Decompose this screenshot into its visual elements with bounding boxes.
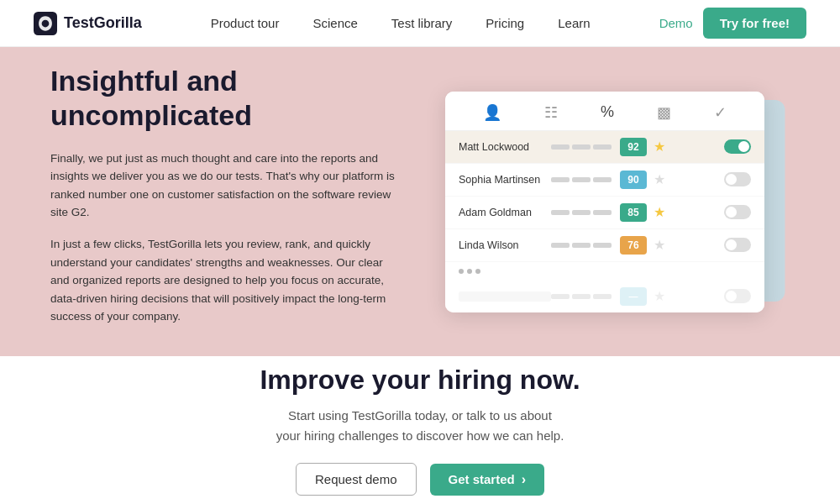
dot: [467, 269, 472, 274]
bar: [593, 144, 612, 150]
table-row: —————— — ★: [445, 281, 764, 312]
logo-icon: [34, 12, 57, 35]
bar: [572, 294, 591, 299]
percent-icon: %: [601, 103, 614, 121]
table-row: Linda Wilson 76 ★: [445, 229, 764, 262]
nav-links: Product tour Science Test library Pricin…: [197, 9, 604, 37]
bar: [572, 144, 591, 150]
hero-text: Insightful and uncomplicated Finally, we…: [50, 64, 403, 339]
bar: [572, 243, 591, 248]
table-row: Matt Lockwood 92 ★: [445, 131, 764, 164]
score-bars: [551, 210, 612, 215]
bar: [551, 294, 570, 299]
card-rows: Matt Lockwood 92 ★ Sophia Martinsen: [445, 131, 764, 312]
bar: [593, 243, 612, 248]
grid-icon: ☷: [544, 103, 558, 122]
candidate-card: 👤 ☷ % ▩ ✓ Matt Lockwood 92 ★: [445, 92, 764, 312]
hero-section: Insightful and uncomplicated Finally, we…: [0, 47, 840, 356]
bar: [551, 177, 570, 182]
bar: [593, 294, 612, 299]
toggle-switch[interactable]: [724, 139, 751, 154]
nav-actions: Demo Try for free!: [659, 8, 806, 39]
bar: [551, 144, 570, 150]
score-badge: 76: [620, 236, 647, 255]
request-demo-button[interactable]: Request demo: [296, 463, 417, 496]
score-bars: [551, 243, 612, 248]
bar-chart-icon: ▩: [657, 103, 671, 122]
score-bars: [551, 144, 612, 150]
get-started-label: Get started: [449, 472, 515, 486]
toggle-switch[interactable]: [724, 205, 751, 219]
get-started-button[interactable]: Get started ›: [430, 464, 545, 496]
star-icon[interactable]: ★: [654, 204, 665, 220]
check-icon: ✓: [714, 103, 727, 122]
bar: [572, 210, 591, 215]
hero-para-2: In just a few clicks, TestGorilla lets y…: [50, 235, 403, 326]
bottom-section: Improve your hiring now. Start using Tes…: [0, 356, 840, 504]
dot: [475, 269, 480, 274]
navbar: TestGorilla Product tour Science Test li…: [0, 0, 840, 47]
arrow-icon: ›: [522, 472, 526, 487]
toggle-switch[interactable]: [724, 238, 751, 252]
nav-link-science[interactable]: Science: [299, 9, 370, 37]
bar: [572, 177, 591, 182]
score-badge: 90: [620, 171, 647, 189]
star-icon[interactable]: ★: [654, 171, 665, 187]
dot: [459, 269, 464, 274]
score-badge: 92: [620, 138, 647, 156]
hero-para-1: Finally, we put just as much thought and…: [50, 150, 403, 222]
nav-link-test-library[interactable]: Test library: [378, 9, 466, 37]
candidate-name: Sophia Martinsen: [459, 174, 551, 186]
candidate-name: ——————: [459, 291, 551, 302]
score-bars: [551, 294, 612, 299]
score-badge: 85: [620, 203, 647, 222]
bottom-buttons: Request demo Get started ›: [296, 463, 544, 496]
candidate-name: Linda Wilson: [459, 239, 551, 251]
score-bars: [551, 177, 612, 182]
logo-text: TestGorilla: [64, 14, 142, 32]
toggle-switch[interactable]: [724, 172, 751, 186]
bar: [551, 243, 570, 248]
hero-card-wrap: 👤 ☷ % ▩ ✓ Matt Lockwood 92 ★: [420, 92, 790, 312]
star-icon[interactable]: ★: [654, 237, 665, 253]
star-icon: ★: [654, 288, 665, 304]
bottom-subtitle: Start using TestGorilla today, or talk t…: [276, 406, 564, 446]
bar: [593, 177, 612, 182]
card-header: 👤 ☷ % ▩ ✓: [445, 92, 764, 131]
nav-link-product-tour[interactable]: Product tour: [197, 9, 293, 37]
logo[interactable]: TestGorilla: [34, 12, 142, 35]
toggle-switch: [724, 289, 751, 303]
bar: [593, 210, 612, 215]
demo-link[interactable]: Demo: [659, 16, 693, 30]
nav-link-pricing[interactable]: Pricing: [472, 9, 538, 37]
bottom-title: Improve your hiring now.: [260, 365, 580, 396]
nav-link-learn[interactable]: Learn: [544, 9, 603, 37]
star-icon[interactable]: ★: [654, 139, 665, 155]
table-row: Adam Goldman 85 ★: [445, 197, 764, 229]
dots-row: [445, 262, 764, 281]
hero-title: Insightful and uncomplicated: [50, 64, 403, 133]
candidate-name: Matt Lockwood: [459, 141, 551, 153]
table-row: Sophia Martinsen 90 ★: [445, 164, 764, 197]
person-icon: 👤: [483, 103, 501, 122]
svg-point-1: [42, 19, 50, 27]
bar: [551, 210, 570, 215]
try-free-button[interactable]: Try for free!: [703, 8, 806, 39]
candidate-name: Adam Goldman: [459, 207, 551, 218]
score-badge: —: [620, 287, 647, 306]
